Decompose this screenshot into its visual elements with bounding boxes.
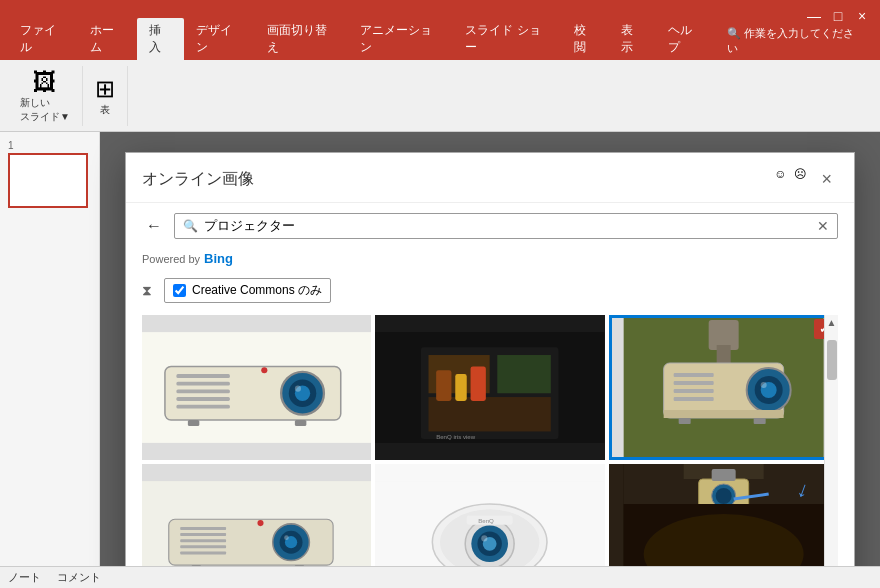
ppt-window: — □ × ファイル ホーム 挿入 デザイン 画面切り替え アニメーション スラ… xyxy=(0,0,880,588)
image-cell-4[interactable] xyxy=(142,464,371,566)
slide-panel: 1 xyxy=(0,132,100,566)
search-clear-button[interactable]: ✕ xyxy=(817,218,829,234)
tab-search[interactable]: 🔍 作業を入力してください xyxy=(715,22,872,60)
svg-rect-2 xyxy=(176,374,230,378)
svg-point-10 xyxy=(295,386,301,392)
tab-animations[interactable]: アニメーション xyxy=(348,18,453,60)
svg-rect-4 xyxy=(176,389,230,393)
cc-filter-checkbox[interactable]: Creative Commons のみ xyxy=(164,278,331,303)
tab-insert[interactable]: 挿入 xyxy=(137,18,184,60)
canvas-area: オンライン画像 ☺ ☹ × ← 🔍 xyxy=(100,132,880,566)
scrollbar[interactable]: ▲ ▼ xyxy=(824,315,838,566)
svg-rect-13 xyxy=(295,420,306,426)
svg-rect-70 xyxy=(711,469,735,481)
svg-rect-18 xyxy=(429,397,551,431)
ribbon-group-slides: 🖼 新しいスライド▼ xyxy=(8,66,83,126)
image-cell-1[interactable] xyxy=(142,315,371,460)
svg-rect-43 xyxy=(180,545,226,548)
emoji-happy: ☺ xyxy=(774,167,786,192)
table-label: 表 xyxy=(100,103,110,117)
table-button[interactable]: ⊞ 表 xyxy=(91,73,119,119)
search-bar: ← 🔍 ✕ xyxy=(142,213,838,239)
svg-rect-19 xyxy=(436,370,451,401)
svg-text:BenQ: BenQ xyxy=(479,517,495,524)
svg-rect-25 xyxy=(716,345,730,365)
image-cell-3[interactable]: ✓ xyxy=(609,315,838,460)
scroll-track xyxy=(825,330,838,566)
filter-row: ⧗ Creative Commons のみ xyxy=(142,274,838,307)
svg-rect-36 xyxy=(753,418,765,424)
new-slide-icon: 🖼 xyxy=(33,68,57,96)
projector-image-5: BenQ xyxy=(375,464,604,566)
cc-filter-label: Creative Commons のみ xyxy=(192,282,322,299)
svg-rect-50 xyxy=(192,565,201,566)
tab-file[interactable]: ファイル xyxy=(8,18,78,60)
dialog-title: オンライン画像 xyxy=(142,169,254,190)
image-cell-6[interactable]: ↑ xyxy=(609,464,838,566)
powered-by-bing: Powered by Bing xyxy=(142,251,838,266)
svg-point-48 xyxy=(284,535,289,540)
svg-rect-41 xyxy=(180,533,226,536)
tab-home[interactable]: ホーム xyxy=(78,18,137,60)
bing-logo: Bing xyxy=(204,251,233,266)
main-area: 1 オンライン画像 ☺ ☹ × xyxy=(0,132,880,566)
svg-rect-20 xyxy=(456,374,467,401)
ribbon: ファイル ホーム 挿入 デザイン 画面切り替え アニメーション スライド ショー… xyxy=(0,32,880,132)
svg-point-69 xyxy=(715,488,731,504)
tab-transitions[interactable]: 画面切り替え xyxy=(255,18,349,60)
svg-rect-6 xyxy=(176,405,230,409)
tab-review[interactable]: 校閲 xyxy=(562,18,609,60)
dialog-body: ← 🔍 ✕ Powered by Bing xyxy=(126,203,854,566)
search-icon: 🔍 xyxy=(183,219,198,233)
tab-view[interactable]: 表示 xyxy=(609,18,656,60)
filter-icon: ⧗ xyxy=(142,282,152,299)
new-slide-label: 新しいスライド▼ xyxy=(20,96,70,124)
svg-rect-28 xyxy=(673,381,713,385)
svg-rect-17 xyxy=(498,355,552,393)
svg-rect-40 xyxy=(180,527,226,530)
tab-design[interactable]: デザイン xyxy=(184,18,254,60)
slide-number: 1 xyxy=(8,140,91,151)
svg-point-59 xyxy=(482,535,488,541)
back-button[interactable]: ← xyxy=(142,213,166,239)
svg-text:BenQ iris view: BenQ iris view xyxy=(436,433,476,440)
status-notes[interactable]: ノート xyxy=(8,570,41,585)
dialog-header: オンライン画像 ☺ ☹ × xyxy=(126,153,854,203)
svg-rect-27 xyxy=(673,373,713,377)
online-images-dialog: オンライン画像 ☺ ☹ × ← 🔍 xyxy=(125,152,855,566)
scroll-up-arrow[interactable]: ▲ xyxy=(825,315,839,330)
image-cell-2[interactable]: BenQ iris view xyxy=(375,315,604,460)
svg-point-11 xyxy=(261,367,267,373)
tab-slideshow[interactable]: スライド ショー xyxy=(453,18,561,60)
ribbon-content: 🖼 新しいスライド▼ ⊞ 表 xyxy=(0,60,880,132)
ribbon-group-table: ⊞ 表 xyxy=(83,66,128,126)
emoji-row: ☺ ☹ × xyxy=(774,163,838,196)
svg-rect-30 xyxy=(673,397,713,401)
projector-image-1 xyxy=(142,315,371,460)
svg-rect-5 xyxy=(176,397,230,401)
tab-help[interactable]: ヘルプ xyxy=(656,18,715,60)
slide-thumbnail[interactable] xyxy=(8,153,88,208)
svg-rect-35 xyxy=(678,418,690,424)
status-comments[interactable]: コメント xyxy=(57,570,101,585)
image-cell-5[interactable]: BenQ xyxy=(375,464,604,566)
dialog-close-button[interactable]: × xyxy=(815,167,838,192)
table-icon: ⊞ xyxy=(95,75,115,103)
emoji-sad: ☹ xyxy=(794,167,807,192)
new-slide-button[interactable]: 🖼 新しいスライド▼ xyxy=(16,66,74,126)
projector-image-3 xyxy=(609,315,838,460)
status-bar: ノート コメント xyxy=(0,566,880,588)
svg-rect-42 xyxy=(180,539,226,542)
svg-rect-37 xyxy=(663,410,783,418)
powered-by-text: Powered by xyxy=(142,253,200,265)
search-input[interactable] xyxy=(204,219,817,234)
cc-checkbox-input[interactable] xyxy=(173,284,186,297)
search-input-wrap: 🔍 ✕ xyxy=(174,213,838,239)
projector-image-2: BenQ iris view xyxy=(375,315,604,460)
scroll-thumb[interactable] xyxy=(827,340,837,380)
ribbon-tabs: ファイル ホーム 挿入 デザイン 画面切り替え アニメーション スライド ショー… xyxy=(0,32,880,60)
svg-rect-12 xyxy=(188,420,199,426)
svg-rect-21 xyxy=(471,366,486,400)
projector-image-4 xyxy=(142,464,371,566)
svg-rect-29 xyxy=(673,389,713,393)
